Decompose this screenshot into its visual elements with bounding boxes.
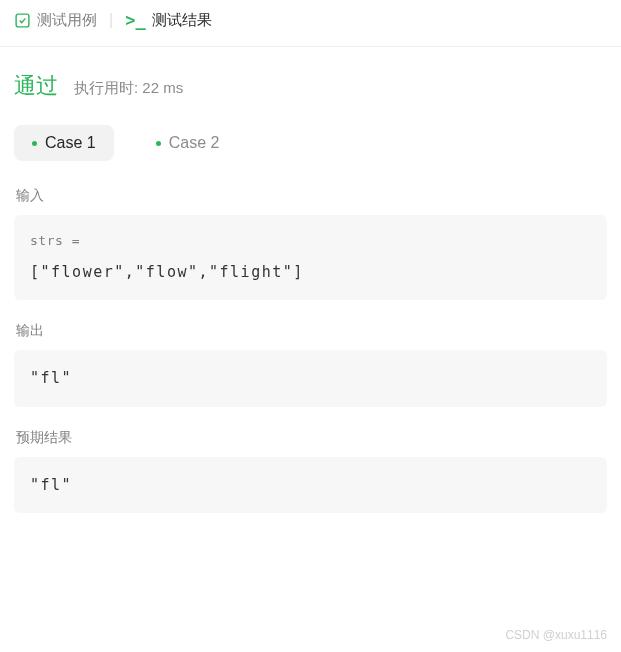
case-tab-label: Case 2	[169, 134, 220, 152]
output-label: 输出	[14, 322, 607, 340]
runtime-text: 执行用时: 22 ms	[74, 79, 183, 98]
tab-testcase[interactable]: 测试用例	[14, 11, 97, 30]
input-var: strs =	[30, 229, 591, 254]
watermark: CSDN @xuxu1116	[505, 628, 607, 642]
expected-block: "fl"	[14, 457, 607, 514]
input-section: 输入 strs = ["flower","flow","flight"]	[14, 187, 607, 300]
case-tab-1[interactable]: Case 1	[14, 125, 114, 161]
status-dot-icon	[156, 141, 161, 146]
status-text: 通过	[14, 71, 58, 101]
tab-bar: 测试用例 | >_ 测试结果	[0, 0, 621, 47]
input-block: strs = ["flower","flow","flight"]	[14, 215, 607, 300]
tab-result[interactable]: >_ 测试结果	[125, 10, 211, 30]
tab-testcase-label: 测试用例	[37, 11, 97, 30]
expected-value: "fl"	[30, 471, 591, 500]
svg-rect-0	[16, 14, 29, 27]
content-area: 通过 执行用时: 22 ms Case 1 Case 2 输入 strs = […	[0, 47, 621, 513]
expected-label: 预期结果	[14, 429, 607, 447]
status-line: 通过 执行用时: 22 ms	[14, 71, 607, 101]
input-value: ["flower","flow","flight"]	[30, 258, 591, 287]
terminal-icon: >_	[125, 10, 145, 30]
expected-section: 预期结果 "fl"	[14, 429, 607, 514]
output-value: "fl"	[30, 364, 591, 393]
tab-divider: |	[109, 11, 113, 29]
status-dot-icon	[32, 141, 37, 146]
tab-result-label: 测试结果	[152, 11, 212, 30]
output-block: "fl"	[14, 350, 607, 407]
case-tabs: Case 1 Case 2	[14, 125, 607, 161]
case-tab-2[interactable]: Case 2	[138, 125, 238, 161]
input-label: 输入	[14, 187, 607, 205]
output-section: 输出 "fl"	[14, 322, 607, 407]
case-tab-label: Case 1	[45, 134, 96, 152]
check-square-icon	[14, 12, 31, 29]
